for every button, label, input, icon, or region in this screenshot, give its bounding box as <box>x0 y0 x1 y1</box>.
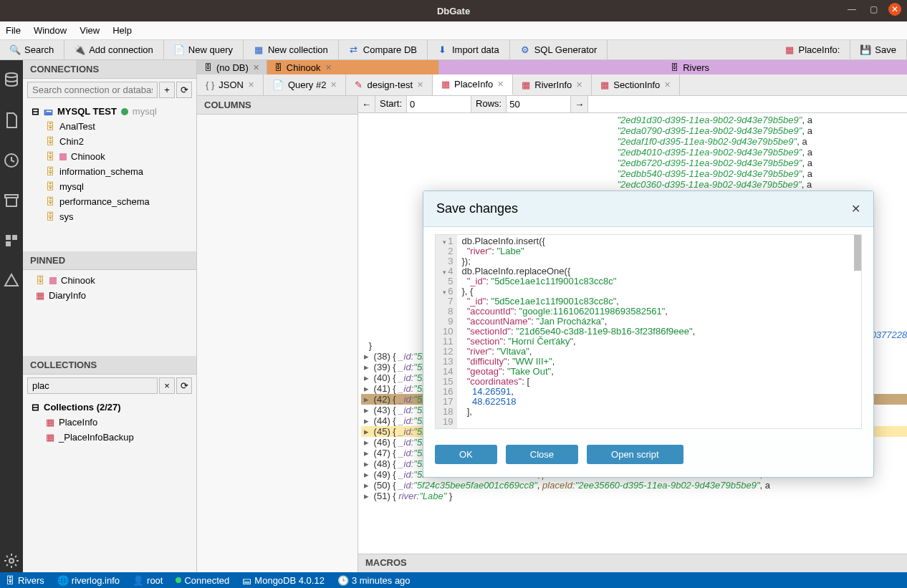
db-tab[interactable]: 🗄 Chinook ✕ <box>267 60 439 74</box>
connections-header: CONNECTIONS <box>23 60 196 79</box>
toolbar-new-collection[interactable]: ▦New collection <box>244 40 339 59</box>
page-prev-button[interactable]: ← <box>358 96 375 112</box>
status-user[interactable]: 👤root <box>133 575 163 586</box>
close-icon[interactable]: ✕ <box>417 80 423 90</box>
menu-view[interactable]: View <box>80 25 100 36</box>
toolbar-placeinfo[interactable]: ▦PlaceInfo: <box>774 40 851 59</box>
status-host[interactable]: 🌐riverlog.info <box>57 575 120 586</box>
database-item[interactable]: 🗄 sys <box>23 209 196 224</box>
rail-file-icon[interactable] <box>0 109 23 132</box>
search-icon: 🔍 <box>10 45 20 55</box>
data-row[interactable]: ▸ (50) { _id: "5f24c35bee5fae001c669cc8"… <box>361 480 907 491</box>
status-time: 🕒3 minutes ago <box>337 575 411 586</box>
gear-icon: ⚙ <box>520 45 530 55</box>
modal-ok-button[interactable]: OK <box>435 445 497 464</box>
download-icon: ⬇ <box>438 45 448 55</box>
collections-group[interactable]: ⊟Collections (2/27) <box>23 400 196 415</box>
toolbar-compare-db[interactable]: ⇄Compare DB <box>339 40 428 59</box>
toolbar-save[interactable]: 💾Save <box>850 40 907 59</box>
plug-icon: 🔌 <box>75 45 85 55</box>
file-tab[interactable]: 📄 Query #2 ✕ <box>264 74 346 95</box>
database-icon: 🗄 <box>204 63 212 72</box>
clear-filter-button[interactable]: × <box>159 377 175 394</box>
window-minimize-button[interactable]: — <box>845 3 858 16</box>
database-icon: 🗄 <box>46 211 55 222</box>
rail-trigger-icon[interactable] <box>0 269 23 292</box>
pinned-item[interactable]: ▦DiaryInfo <box>23 288 196 303</box>
database-item[interactable]: 🗄 Chinook <box>23 149 196 164</box>
file-tab[interactable]: ▦ RiverInfo ✕ <box>513 74 592 95</box>
toolbar: 🔍Search 🔌Add connection 📄New query ▦New … <box>0 40 907 60</box>
refresh-connections-button[interactable]: ⟳ <box>176 82 192 98</box>
database-item[interactable]: 🗄 information_schema <box>23 164 196 179</box>
server-icon: 🖴 <box>242 575 251 586</box>
modal-close-button[interactable]: Close <box>506 445 578 464</box>
toolbar-search[interactable]: 🔍Search <box>0 40 64 59</box>
db-tab[interactable]: 🗄 Rivers ✕ <box>439 60 907 74</box>
modal-close-icon[interactable]: ✕ <box>851 202 860 216</box>
rail-database-icon[interactable] <box>0 69 23 92</box>
toolbar-add-connection[interactable]: 🔌Add connection <box>64 40 164 59</box>
toolbar-new-query[interactable]: 📄New query <box>164 40 244 59</box>
server-node[interactable]: ⊟ 🖴 MYSQL TEST mysql <box>23 104 196 119</box>
close-icon[interactable]: ✕ <box>325 63 332 72</box>
close-icon[interactable]: ✕ <box>664 80 671 90</box>
add-connection-button[interactable]: + <box>159 82 175 98</box>
database-icon: 🗄 <box>36 275 45 286</box>
menu-file[interactable]: File <box>6 25 21 36</box>
database-item[interactable]: 🗄 AnalTest <box>23 119 196 134</box>
collection-item[interactable]: ▦_PlaceInfoBackup <box>23 430 196 445</box>
file-tab[interactable]: ✎ design-test ✕ <box>346 74 433 95</box>
pinned-item[interactable]: 🗄Chinook <box>23 273 196 288</box>
page-next-button[interactable]: → <box>571 96 588 112</box>
database-item[interactable]: 🗄 mysql <box>23 179 196 194</box>
toolbar-import-data[interactable]: ⬇Import data <box>428 40 510 59</box>
scrollbar[interactable] <box>854 235 861 271</box>
menu-help[interactable]: Help <box>112 25 132 36</box>
collections-filter-input[interactable] <box>27 377 158 394</box>
table-icon: ▦ <box>36 290 44 301</box>
icon-rail <box>0 60 23 572</box>
collection-item[interactable]: ▦PlaceInfo <box>23 415 196 430</box>
grid-icon: ▦ <box>254 45 264 55</box>
connection-search-input[interactable] <box>27 82 158 98</box>
rail-plugin-icon[interactable] <box>0 229 23 252</box>
status-db[interactable]: 🗄Rivers <box>6 575 44 586</box>
doc-icon: 📄 <box>272 79 284 90</box>
database-icon: 🗄 <box>671 63 678 72</box>
refresh-collections-button[interactable]: ⟳ <box>176 377 192 394</box>
window-maximize-button[interactable]: ▢ <box>867 3 880 16</box>
close-icon[interactable]: ✕ <box>576 80 582 90</box>
data-row-new[interactable]: ▸ (51) { river: "Labe" } <box>361 491 907 501</box>
menu-window[interactable]: Window <box>34 25 67 36</box>
close-icon[interactable]: ✕ <box>253 63 259 72</box>
window-close-button[interactable]: ✕ <box>888 3 901 16</box>
svg-rect-4 <box>6 235 11 240</box>
file-tab[interactable]: { } JSON ✕ <box>197 74 264 95</box>
file-tab[interactable]: ▦ PlaceInfo ✕ <box>433 74 513 95</box>
database-item[interactable]: 🗄 performance_schema <box>23 194 196 209</box>
rail-settings-icon[interactable] <box>0 549 23 572</box>
db-tab[interactable]: 🗄 (no DB) ✕ <box>197 60 267 74</box>
rows-input[interactable] <box>507 96 571 112</box>
macros-header: MACROS <box>358 554 907 572</box>
start-input[interactable] <box>407 96 471 112</box>
modal-open-script-button[interactable]: Open script <box>587 445 683 464</box>
code-editor[interactable]: 12345678910111213141516171819 db.PlaceIn… <box>435 234 862 429</box>
file-tab[interactable]: ▦ SectionInfo ✕ <box>592 74 680 95</box>
database-icon: 🗄 <box>46 136 55 147</box>
close-icon[interactable]: ✕ <box>330 80 337 90</box>
save-changes-modal: Save changes ✕ 1234567891011121314151617… <box>423 191 874 478</box>
database-item[interactable]: 🗄 Chin2 <box>23 134 196 149</box>
close-icon[interactable]: ✕ <box>248 80 254 90</box>
close-icon[interactable]: ✕ <box>497 79 504 89</box>
modal-title: Save changes <box>436 201 518 216</box>
svg-point-0 <box>6 73 17 77</box>
rail-archive-icon[interactable] <box>0 189 23 212</box>
toolbar-sql-generator[interactable]: ⚙SQL Generator <box>510 40 608 59</box>
database-icon: 🗄 <box>46 166 55 177</box>
category-color-icon <box>59 153 67 160</box>
app-title: DbGate <box>437 6 470 16</box>
rail-history-icon[interactable] <box>0 149 23 172</box>
status-connected: Connected <box>176 575 229 586</box>
